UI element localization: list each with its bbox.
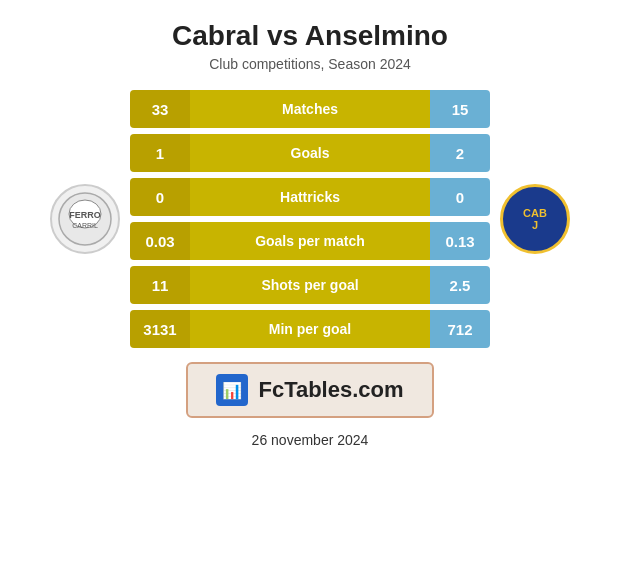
- page-subtitle: Club competitions, Season 2024: [209, 56, 411, 72]
- stat-label: Hattricks: [190, 178, 430, 216]
- cabj-logo-text: CAB: [523, 207, 547, 219]
- stat-left-value: 33: [130, 90, 190, 128]
- stat-left-value: 3131: [130, 310, 190, 348]
- stat-row: 0.03 Goals per match 0.13: [130, 222, 490, 260]
- stat-row: 11 Shots per goal 2.5: [130, 266, 490, 304]
- stat-right-value: 15: [430, 90, 490, 128]
- svg-text:CARRIL: CARRIL: [72, 222, 98, 229]
- stat-right-value: 2: [430, 134, 490, 172]
- stat-left-value: 1: [130, 134, 190, 172]
- stat-row: 0 Hattricks 0: [130, 178, 490, 216]
- stat-label: Matches: [190, 90, 430, 128]
- stat-row: 33 Matches 15: [130, 90, 490, 128]
- stat-right-value: 0: [430, 178, 490, 216]
- stat-label: Shots per goal: [190, 266, 430, 304]
- badge-row: 📊 FcTables.com 26 november 2024: [186, 362, 433, 448]
- stat-label: Min per goal: [190, 310, 430, 348]
- page-title: Cabral vs Anselmino: [172, 20, 448, 52]
- right-crest: CAB J: [500, 184, 570, 254]
- left-crest-svg: FERRO CARRIL: [58, 192, 113, 247]
- stat-left-value: 0: [130, 178, 190, 216]
- svg-text:FERRO: FERRO: [69, 210, 101, 220]
- right-team-logo: CAB J: [490, 184, 580, 254]
- stat-right-value: 0.13: [430, 222, 490, 260]
- date-text: 26 november 2024: [252, 432, 369, 448]
- left-team-logo: FERRO CARRIL: [40, 184, 130, 254]
- page-container: Cabral vs Anselmino Club competitions, S…: [0, 0, 620, 580]
- stat-row: 3131 Min per goal 712: [130, 310, 490, 348]
- left-crest: FERRO CARRIL: [50, 184, 120, 254]
- stat-left-value: 11: [130, 266, 190, 304]
- stat-right-value: 2.5: [430, 266, 490, 304]
- stats-column: 33 Matches 15 1 Goals 2 0 Hattricks 0 0.…: [130, 90, 490, 348]
- stat-right-value: 712: [430, 310, 490, 348]
- stat-left-value: 0.03: [130, 222, 190, 260]
- cabj-logo-text2: J: [532, 219, 538, 231]
- stat-label: Goals per match: [190, 222, 430, 260]
- fctables-icon: 📊: [216, 374, 248, 406]
- fctables-text: FcTables.com: [258, 377, 403, 403]
- fctables-badge: 📊 FcTables.com: [186, 362, 433, 418]
- stat-row: 1 Goals 2: [130, 134, 490, 172]
- stat-label: Goals: [190, 134, 430, 172]
- main-row: FERRO CARRIL 33 Matches 15 1 Goals 2 0 H…: [0, 90, 620, 348]
